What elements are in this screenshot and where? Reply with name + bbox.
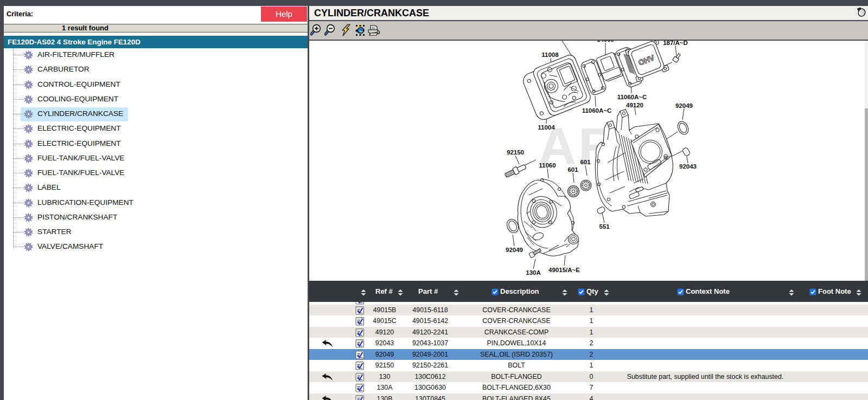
svg-text:551: 551	[599, 223, 610, 230]
svg-text:49120: 49120	[626, 102, 643, 108]
svg-text:11060A~C: 11060A~C	[617, 94, 647, 100]
svg-text:14009: 14009	[597, 41, 614, 43]
svg-text:92043: 92043	[679, 163, 697, 170]
svg-text:11008: 11008	[541, 51, 559, 58]
svg-text:187/A~D: 187/A~D	[663, 41, 688, 46]
svg-text:601: 601	[580, 159, 591, 165]
svg-text:11060A~C: 11060A~C	[582, 107, 612, 114]
svg-text:92049: 92049	[675, 102, 693, 109]
svg-text:130A: 130A	[526, 269, 541, 276]
svg-text:49015/A~E: 49015/A~E	[548, 267, 580, 273]
svg-text:11060: 11060	[539, 162, 556, 169]
svg-text:92049: 92049	[506, 247, 523, 253]
svg-text:601: 601	[567, 166, 578, 173]
svg-text:11004: 11004	[538, 124, 555, 131]
svg-text:92150: 92150	[507, 149, 524, 156]
